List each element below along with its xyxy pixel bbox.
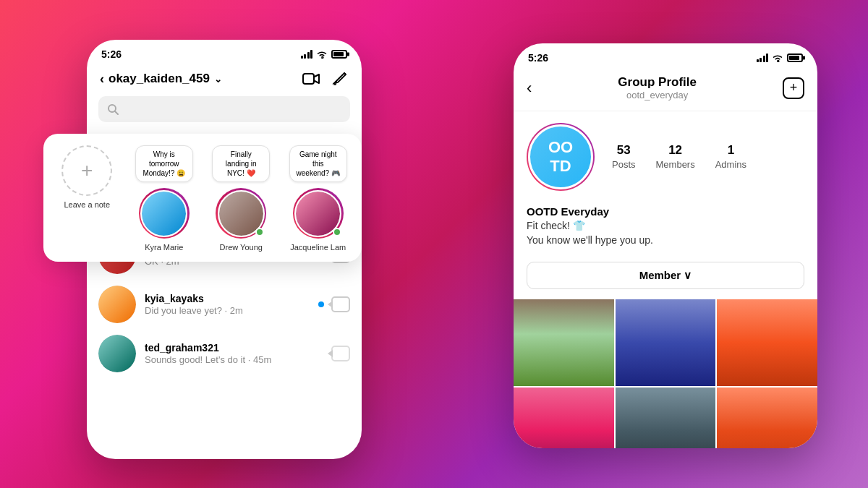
- stat-posts-number: 53: [612, 143, 636, 158]
- message-item-3[interactable]: ted_graham321 Sounds good! Let's do it ·…: [98, 329, 350, 378]
- story-name-jacqueline: Jacqueline Lam: [290, 243, 346, 252]
- camera-icon-3[interactable]: [331, 346, 350, 361]
- stat-members-number: 12: [656, 143, 695, 158]
- story-item-jacqueline[interactable]: Game night this weekend? 🎮 Jacqueline La…: [289, 145, 347, 252]
- avatar-kyia: [98, 286, 136, 323]
- story-name-drew: Drew Young: [220, 243, 263, 252]
- message-content-3: ted_graham321 Sounds good! Let's do it ·…: [145, 342, 323, 365]
- message-indicators-3: [331, 346, 350, 361]
- unread-dot-2: [318, 301, 324, 307]
- message-username-3: ted_graham321: [145, 342, 323, 354]
- add-story-button[interactable]: +: [61, 145, 112, 196]
- group-header: ‹ Group Profile ootd_everyday +: [514, 68, 817, 111]
- story-name-kyra: Kyra Marie: [145, 243, 183, 252]
- grid-cell-4[interactable]: [514, 388, 614, 448]
- chevron-down-icon[interactable]: ⌄: [214, 74, 222, 85]
- compose-icon[interactable]: [331, 70, 349, 87]
- svg-rect-0: [303, 74, 314, 84]
- group-bio-line2: You know we'll hype you up.: [527, 234, 804, 248]
- group-subtitle: ootd_everyday: [618, 90, 697, 100]
- grid-cell-5[interactable]: [616, 388, 716, 448]
- grid-cell-3[interactable]: [717, 299, 817, 386]
- add-to-group-button[interactable]: +: [783, 77, 804, 99]
- story-item-add[interactable]: + Leave a note: [58, 145, 116, 209]
- status-bar-right: 5:26: [514, 43, 817, 68]
- header-action-icons: [302, 70, 349, 87]
- group-bio-line1: Fit check! 👕: [527, 219, 804, 234]
- group-name: OOTD Everyday: [527, 205, 804, 218]
- stories-row: + Leave a note Why is tomorrow Monday!? …: [54, 145, 352, 252]
- group-bio: Fit check! 👕 You know we'll hype you up.: [527, 219, 804, 247]
- search-bar[interactable]: [98, 96, 350, 122]
- wifi-icon-right: [772, 53, 783, 62]
- stat-posts-label: Posts: [612, 159, 636, 170]
- wifi-icon: [316, 50, 328, 59]
- stat-admins-number: 1: [715, 143, 746, 158]
- header-nav[interactable]: ‹ okay_kaiden_459 ⌄: [100, 72, 222, 87]
- plus-icon: +: [81, 160, 93, 181]
- story-note-kyra: Why is tomorrow Monday!? 😩: [135, 145, 193, 182]
- group-profile-title: Group Profile: [618, 75, 697, 90]
- grid-cell-6[interactable]: [717, 388, 817, 448]
- stories-overlay-card: + Leave a note Why is tomorrow Monday!? …: [43, 134, 362, 262]
- stat-admins-label: Admins: [715, 159, 746, 170]
- group-info: OOTD Everyday Fit check! 👕 You know we'l…: [514, 202, 817, 256]
- avatar-text-line2: TD: [548, 157, 573, 176]
- story-item-kyra[interactable]: Why is tomorrow Monday!? 😩 Kyra Marie: [135, 145, 193, 252]
- battery-icon: [331, 50, 347, 59]
- story-note-jacqueline: Game night this weekend? 🎮: [289, 145, 347, 182]
- message-preview-3: Sounds good! Let's do it · 45m: [145, 354, 323, 365]
- story-avatar-kyra: [139, 188, 190, 239]
- status-icons-left: [301, 50, 348, 59]
- message-content-2: kyia_kayaks Did you leave yet? · 2m: [145, 293, 310, 316]
- grid-cell-2[interactable]: [616, 299, 716, 386]
- group-avatar: OO TD: [527, 123, 595, 191]
- avatar-text-line1: OO: [548, 138, 573, 157]
- svg-line-2: [115, 111, 118, 114]
- message-username-2: kyia_kayaks: [145, 293, 310, 304]
- photo-grid: [514, 299, 817, 448]
- message-preview-2: Did you leave yet? · 2m: [145, 305, 310, 316]
- chat-username[interactable]: okay_kaiden_459: [109, 72, 210, 86]
- time-right: 5:26: [528, 52, 548, 64]
- phone-header-left: ‹ okay_kaiden_459 ⌄: [87, 64, 362, 96]
- group-avatar-inner: OO TD: [528, 124, 593, 189]
- story-avatar-drew: [216, 188, 266, 239]
- story-name-add: Leave a note: [64, 200, 110, 209]
- member-button[interactable]: Member ∨: [527, 262, 804, 289]
- back-button-group[interactable]: ‹: [527, 79, 532, 98]
- signal-icon-right: [757, 53, 769, 62]
- message-item-2[interactable]: kyia_kayaks Did you leave yet? · 2m: [98, 280, 350, 329]
- online-indicator-drew: [255, 228, 264, 236]
- online-indicator-jacqueline: [333, 228, 341, 236]
- camera-icon-2[interactable]: [331, 296, 350, 312]
- group-stats: 53 Posts 12 Members 1 Admins: [612, 143, 746, 171]
- status-bar-left: 5:26: [87, 40, 362, 64]
- story-note-drew: Finally landing in NYC! ❤️: [212, 145, 270, 182]
- status-icons-right: [757, 53, 804, 62]
- grid-cell-1[interactable]: [514, 299, 614, 386]
- video-call-icon[interactable]: [302, 70, 320, 87]
- stat-members: 12 Members: [656, 143, 695, 171]
- group-header-center: Group Profile ootd_everyday: [618, 75, 697, 100]
- story-avatar-jacqueline: [293, 188, 344, 239]
- search-icon: [107, 103, 119, 115]
- stat-members-label: Members: [656, 159, 695, 170]
- back-arrow[interactable]: ‹: [100, 72, 104, 87]
- battery-icon-right: [787, 53, 803, 62]
- plus-icon-group: +: [790, 80, 798, 95]
- avatar-ted: [98, 335, 136, 372]
- story-item-drew[interactable]: Finally landing in NYC! ❤️ Drew Young: [212, 145, 270, 252]
- signal-icon: [301, 50, 313, 59]
- member-btn-wrap: Member ∨: [514, 256, 817, 299]
- message-indicators-2: [318, 296, 350, 312]
- stat-posts: 53 Posts: [612, 143, 636, 171]
- right-phone: 5:26 ‹ Group Profile ootd_everyday +: [514, 43, 817, 448]
- time-left: 5:26: [101, 48, 122, 60]
- group-profile-section: OO TD 53 Posts 12 Members 1 Admins: [514, 111, 817, 202]
- stat-admins: 1 Admins: [715, 143, 746, 171]
